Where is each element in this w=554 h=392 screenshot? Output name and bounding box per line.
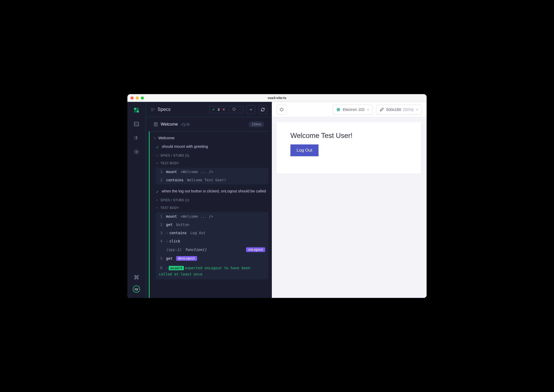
maximize-window-button[interactable] [141,96,144,100]
command-arg: <Welcome ... /> [181,170,213,174]
chevron-down-icon [156,162,158,165]
assert-pill: assert [169,266,184,270]
svg-rect-0 [134,108,136,110]
command-number: 1 [159,214,162,218]
alias-pill: @onLogout [176,256,197,261]
suite-name: Welcome [158,136,174,140]
command-row-assert[interactable]: 6- assert expected onLogout to have been… [156,263,268,279]
app-window: vue3-vite-ts cy [127,94,427,298]
specs-nav-icon[interactable] [133,121,140,127]
command-row[interactable]: 5 get @onLogout [156,254,268,263]
command-spy: (spy-1) [166,248,181,252]
section-label: TEST BODY [160,206,179,210]
pass-count: 2 [218,108,219,111]
spec-file-ext: .cy.ts [180,122,190,127]
section-label: SPIES / STUBS (1) [160,198,189,202]
check-icon: ✓ [156,190,159,194]
viewport-size: 500x180 [386,107,401,112]
browser-name: Electron 102 [343,107,364,112]
section-row-spies[interactable]: SPIES / STUBS (1) [150,196,272,204]
chevron-right-icon [156,199,158,201]
check-icon: ✓ [156,145,159,150]
spec-title-row[interactable]: Welcome.cy.ts 210ms [149,117,269,132]
reporter-header: Specs ✓ 2 ✕ -- -- [146,102,272,117]
section-label: TEST BODY [160,161,179,165]
keyboard-shortcuts-icon[interactable] [133,274,140,280]
test-row[interactable]: ✓ should mount with greeting [150,142,272,152]
svg-point-9 [280,108,283,111]
rerun-button[interactable] [258,105,267,114]
logout-button[interactable]: Log Out [290,144,319,156]
test-stats: ✓ 2 ✕ -- -- [209,106,243,113]
suite-row[interactable]: Welcome [150,134,272,142]
command-row[interactable]: 3 - contains Log Out [156,229,268,237]
section-row-spies[interactable]: SPIES / STUBS (1) [150,152,272,159]
section-row-body[interactable]: TEST BODY [150,159,272,167]
pass-check-icon: ✓ [212,108,215,111]
command-dash: - [166,266,169,270]
specs-label-text: Specs [158,107,170,112]
command-number: 2 [159,178,162,182]
app-body: cy Specs ✓ 2 ✕ -- -- [127,102,427,298]
chevron-down-icon [366,108,370,111]
specs-heading[interactable]: Specs [150,107,206,112]
command-arg: Log Out [190,231,206,235]
pending-icon [232,108,236,112]
settings-nav-icon[interactable] [133,149,140,155]
selector-playground-button[interactable] [276,105,287,115]
command-row[interactable]: 1 mount <Welcome ... /> [156,168,268,176]
svg-rect-2 [134,110,136,112]
aut-container: Welcome Test User! Log Out [272,117,427,298]
chevron-down-icon [156,207,158,209]
close-window-button[interactable] [131,96,134,100]
viewport-selector-button[interactable]: 500x180 (92%) [376,105,422,115]
command-number: 2 [159,223,162,227]
command-func: function() [185,248,207,252]
command-dash: - [166,231,168,235]
cypress-logo-icon[interactable] [133,107,140,113]
command-row[interactable]: (spy-1) function() onLogout [156,245,268,254]
command-row[interactable]: 2 get button [156,221,268,229]
command-dash: - [166,239,168,243]
svg-rect-4 [134,122,139,126]
command-number: 5 [159,256,162,260]
command-name: get [166,256,173,260]
viewport-scale: (92%) [403,107,413,112]
command-number [159,248,162,252]
section-label: SPIES / STUBS (1) [160,154,189,157]
app-under-test: Welcome Test User! Log Out [276,122,421,174]
electron-icon [336,107,341,112]
test-row[interactable]: ✓ when the log out button is clicked, on… [150,187,272,196]
runs-nav-icon[interactable] [133,135,140,141]
preview-panel: Electron 102 500x180 (92%) Welcome Test … [272,102,427,298]
ruler-icon [379,107,384,112]
spec-duration: 210ms [249,121,264,127]
test-title: should mount with greeting [162,144,208,149]
options-dropdown-button[interactable] [247,105,255,114]
fail-x-icon: ✕ [222,108,225,111]
command-arg: <Welcome ... /> [181,214,213,218]
command-arg: Welcome Test User! [187,178,226,182]
spec-file-name: Welcome [161,122,178,127]
command-row[interactable]: 2 contains Welcome Test User! [156,176,268,184]
command-block: 1 mount <Welcome ... /> 2 contains Welco… [156,168,268,184]
alias-pill: onLogout [246,247,265,252]
command-row[interactable]: 1 mount <Welcome ... /> [156,212,268,221]
chevron-down-icon [249,108,253,111]
section-row-body[interactable]: TEST BODY [150,204,272,212]
test-tree[interactable]: Welcome ✓ should mount with greeting SPI… [149,132,272,298]
svg-point-7 [233,108,235,110]
svg-rect-1 [137,108,139,110]
minimize-window-button[interactable] [136,96,139,100]
cypress-badge-icon[interactable]: cy [133,285,140,293]
file-icon [153,122,158,127]
preview-toolbar: Electron 102 500x180 (92%) [272,102,427,117]
browser-selector-button[interactable]: Electron 102 [333,105,373,115]
test-title: when the log out button is clicked, onLo… [162,189,266,193]
svg-point-5 [136,136,137,137]
svg-rect-3 [137,110,139,112]
command-row[interactable]: 4 - click [156,237,268,245]
nav-rail: cy [127,102,145,298]
command-block: 1 mount <Welcome ... /> 2 get button 3 -… [156,212,268,279]
command-name: click [169,239,180,243]
